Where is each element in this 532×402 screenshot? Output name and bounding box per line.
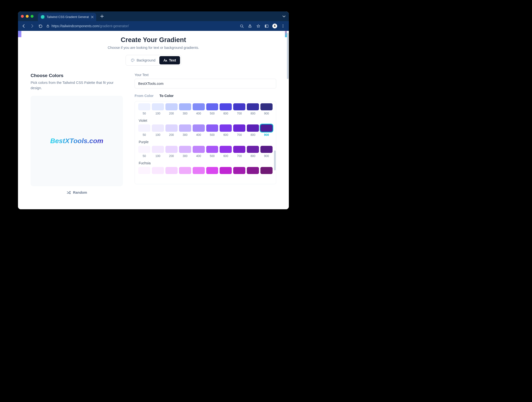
color-swatch[interactable]: 500 bbox=[206, 103, 218, 115]
color-swatch[interactable]: 600 bbox=[220, 146, 232, 158]
color-swatch[interactable]: 800 bbox=[247, 146, 259, 158]
color-swatch[interactable]: 800 bbox=[247, 103, 259, 115]
random-button[interactable]: Random bbox=[31, 191, 123, 195]
color-swatch[interactable]: 400 bbox=[193, 167, 205, 174]
color-swatch[interactable]: 50 bbox=[138, 146, 150, 158]
swatch-chip[interactable] bbox=[206, 103, 218, 110]
color-swatch[interactable]: 200 bbox=[165, 146, 178, 158]
reload-button[interactable] bbox=[38, 24, 43, 28]
tabs-dropdown-icon[interactable] bbox=[282, 14, 286, 18]
text-mode-button[interactable]: Text bbox=[159, 56, 180, 64]
color-swatch[interactable]: 700 bbox=[233, 167, 245, 174]
color-swatch[interactable]: 200 bbox=[165, 167, 178, 174]
color-swatch[interactable]: 500 bbox=[206, 146, 218, 158]
color-swatch[interactable]: 500 bbox=[206, 124, 218, 136]
search-icon[interactable] bbox=[239, 24, 244, 28]
background-mode-button[interactable]: Background bbox=[127, 56, 159, 64]
color-swatch[interactable]: 600 bbox=[220, 167, 232, 174]
color-swatch[interactable]: 700 bbox=[233, 124, 245, 136]
swatch-chip[interactable] bbox=[138, 124, 150, 131]
minimize-window-button[interactable] bbox=[26, 15, 29, 18]
color-swatch[interactable]: 100 bbox=[152, 167, 164, 174]
swatch-chip[interactable] bbox=[233, 146, 245, 153]
color-swatch[interactable]: 900 bbox=[260, 146, 273, 158]
maximize-window-button[interactable] bbox=[31, 15, 34, 18]
swatch-chip[interactable] bbox=[179, 103, 191, 110]
extension-icon[interactable]: X bbox=[272, 24, 277, 28]
swatch-chip[interactable] bbox=[260, 103, 273, 110]
swatch-chip[interactable] bbox=[206, 146, 218, 153]
swatch-chip[interactable] bbox=[233, 167, 245, 174]
share-icon[interactable] bbox=[248, 24, 252, 28]
swatch-chip[interactable] bbox=[179, 124, 191, 131]
close-tab-icon[interactable] bbox=[91, 16, 94, 18]
swatch-chip[interactable] bbox=[152, 124, 164, 131]
your-text-input[interactable] bbox=[135, 79, 276, 88]
swatch-chip[interactable] bbox=[193, 146, 205, 153]
swatch-chip[interactable] bbox=[138, 146, 150, 153]
swatch-chip[interactable] bbox=[260, 124, 273, 131]
from-color-tab[interactable]: From Color bbox=[135, 94, 154, 98]
page-scrollbar[interactable] bbox=[287, 33, 289, 79]
swatch-chip[interactable] bbox=[165, 146, 178, 153]
back-button[interactable] bbox=[21, 24, 26, 28]
palette-scrollbar[interactable] bbox=[274, 150, 276, 170]
color-swatch[interactable]: 100 bbox=[152, 146, 164, 158]
swatch-chip[interactable] bbox=[179, 146, 191, 153]
color-swatch[interactable]: 400 bbox=[193, 103, 205, 115]
color-swatch[interactable]: 300 bbox=[179, 124, 191, 136]
swatch-chip[interactable] bbox=[138, 103, 150, 110]
swatch-chip[interactable] bbox=[138, 167, 150, 174]
color-swatch[interactable]: 900 bbox=[260, 124, 273, 136]
swatch-chip[interactable] bbox=[247, 167, 259, 174]
swatch-chip[interactable] bbox=[220, 146, 232, 153]
address-bar[interactable]: https://tailwindcomponents.com/gradient-… bbox=[46, 24, 236, 28]
swatch-chip[interactable] bbox=[247, 146, 259, 153]
side-panel-icon[interactable] bbox=[264, 24, 269, 28]
color-swatch[interactable]: 600 bbox=[220, 103, 232, 115]
color-swatch[interactable]: 400 bbox=[193, 124, 205, 136]
swatch-chip[interactable] bbox=[152, 167, 164, 174]
color-swatch[interactable]: 900 bbox=[260, 103, 273, 115]
color-swatch[interactable]: 500 bbox=[206, 167, 218, 174]
swatch-chip[interactable] bbox=[233, 124, 245, 131]
menu-icon[interactable] bbox=[281, 24, 285, 28]
swatch-chip[interactable] bbox=[152, 146, 164, 153]
color-swatch[interactable]: 200 bbox=[165, 103, 178, 115]
swatch-chip[interactable] bbox=[179, 167, 191, 174]
color-swatch[interactable]: 300 bbox=[179, 167, 191, 174]
swatch-chip[interactable] bbox=[206, 167, 218, 174]
color-swatch[interactable]: 50 bbox=[138, 103, 150, 115]
color-swatch[interactable]: 300 bbox=[179, 103, 191, 115]
bookmark-icon[interactable] bbox=[256, 24, 261, 28]
swatch-chip[interactable] bbox=[260, 167, 273, 174]
color-swatch[interactable]: 900 bbox=[260, 167, 273, 174]
swatch-chip[interactable] bbox=[165, 167, 178, 174]
color-swatch[interactable]: 400 bbox=[193, 146, 205, 158]
swatch-chip[interactable] bbox=[260, 146, 273, 153]
color-swatch[interactable]: 50 bbox=[138, 167, 150, 174]
color-swatch[interactable]: 200 bbox=[165, 124, 178, 136]
swatch-chip[interactable] bbox=[193, 167, 205, 174]
color-swatch[interactable]: 300 bbox=[179, 146, 191, 158]
swatch-chip[interactable] bbox=[220, 167, 232, 174]
swatch-chip[interactable] bbox=[165, 124, 178, 131]
swatch-chip[interactable] bbox=[247, 124, 259, 131]
close-window-button[interactable] bbox=[21, 15, 24, 18]
swatch-chip[interactable] bbox=[193, 124, 205, 131]
color-swatch[interactable]: 700 bbox=[233, 103, 245, 115]
new-tab-button[interactable] bbox=[99, 14, 105, 18]
color-swatch[interactable]: 600 bbox=[220, 124, 232, 136]
color-swatch[interactable]: 800 bbox=[247, 124, 259, 136]
browser-tab[interactable]: Tailwind CSS Gradient Generat bbox=[38, 13, 96, 21]
color-swatch[interactable]: 100 bbox=[152, 103, 164, 115]
color-swatch[interactable]: 800 bbox=[247, 167, 259, 174]
swatch-chip[interactable] bbox=[233, 103, 245, 110]
swatch-chip[interactable] bbox=[165, 103, 178, 110]
color-swatch[interactable]: 50 bbox=[138, 124, 150, 136]
swatch-chip[interactable] bbox=[247, 103, 259, 110]
swatch-chip[interactable] bbox=[152, 103, 164, 110]
color-swatch[interactable]: 700 bbox=[233, 146, 245, 158]
forward-button[interactable] bbox=[30, 24, 34, 28]
swatch-chip[interactable] bbox=[206, 124, 218, 131]
